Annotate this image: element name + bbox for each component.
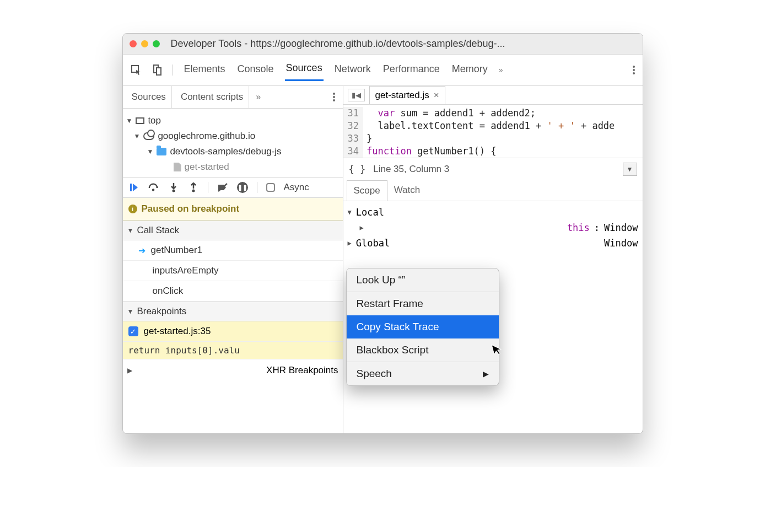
- xhr-breakpoints-header[interactable]: XHR Breakpoints: [123, 359, 343, 381]
- svg-point-4: [152, 189, 154, 191]
- editor-tab[interactable]: get-started.js ×: [369, 86, 445, 104]
- disclosure-right-icon[interactable]: [348, 239, 352, 247]
- disclosure-down-icon[interactable]: [127, 308, 134, 315]
- navigator-toggle-icon[interactable]: ▮◀: [348, 89, 365, 101]
- tree-file-label: get-started: [185, 162, 229, 173]
- disclosure-down-icon[interactable]: [127, 227, 134, 234]
- tab-scope[interactable]: Scope: [347, 180, 387, 201]
- scope-local-label: Local: [356, 207, 384, 218]
- pretty-print-icon[interactable]: { }: [349, 164, 366, 175]
- more-tabs-icon[interactable]: »: [499, 66, 503, 74]
- traffic-minimize-icon[interactable]: [141, 40, 148, 47]
- left-panel: Sources Content scripts » top googlechro…: [123, 86, 343, 433]
- subtab-overflow-icon[interactable]: »: [252, 92, 264, 102]
- disclosure-down-icon[interactable]: [134, 132, 141, 140]
- breakpoint-checkbox[interactable]: ✓: [128, 326, 138, 336]
- window-title: Developer Tools - https://googlechrome.g…: [171, 38, 636, 50]
- scope-global-val: Window: [604, 238, 638, 249]
- tab-close-icon[interactable]: ×: [434, 90, 439, 101]
- editor-dropdown-icon[interactable]: ▼: [623, 163, 637, 176]
- callstack-frame-label: inputsAreEmpty: [153, 265, 219, 276]
- step-into-icon[interactable]: [168, 182, 179, 193]
- breakpoints-header-label: Breakpoints: [137, 306, 186, 317]
- callstack-frame[interactable]: onClick: [123, 281, 343, 302]
- scope-this[interactable]: this: Window: [348, 220, 638, 235]
- scope-global[interactable]: Global Window: [348, 235, 638, 251]
- current-frame-arrow-icon: ➔: [138, 245, 146, 256]
- traffic-close-icon[interactable]: [130, 40, 137, 47]
- tab-console[interactable]: Console: [236, 60, 275, 80]
- svg-point-6: [192, 190, 195, 192]
- navigator-tabs: Sources Content scripts »: [123, 86, 343, 109]
- subtab-content-scripts[interactable]: Content scripts: [175, 86, 249, 108]
- disclosure-right-icon[interactable]: [360, 224, 563, 232]
- titlebar: Developer Tools - https://googlechrome.g…: [123, 34, 643, 55]
- navigator-kebab-icon[interactable]: [333, 93, 335, 101]
- cursor-location: Line 35, Column 3: [373, 164, 449, 175]
- context-menu: Look Up “” Restart Frame Copy Stack Trac…: [346, 268, 499, 386]
- tree-domain[interactable]: googlechrome.github.io: [125, 128, 340, 144]
- disclosure-right-icon[interactable]: [127, 367, 263, 374]
- async-label: Async: [284, 182, 309, 193]
- subtab-sources[interactable]: Sources: [126, 86, 172, 108]
- device-toolbar-icon[interactable]: [152, 65, 163, 76]
- tab-performance[interactable]: Performance: [382, 60, 441, 80]
- folder-icon: [157, 148, 166, 155]
- breakpoint-item[interactable]: ✓ get-started.js:35: [123, 321, 343, 342]
- disclosure-down-icon[interactable]: [126, 117, 133, 125]
- tab-watch[interactable]: Watch: [387, 180, 427, 201]
- tree-top[interactable]: top: [125, 113, 340, 128]
- callstack-frame-label: onClick: [153, 286, 184, 297]
- tree-folder-label: devtools-samples/debug-js: [170, 146, 281, 157]
- breakpoint-code: return inputs[0].valu: [123, 342, 343, 359]
- file-icon: [174, 163, 181, 171]
- callstack-frame[interactable]: ➔ getNumber1: [123, 240, 343, 261]
- ctx-speech-label: Speech: [357, 368, 392, 380]
- sidebar-tabs: Scope Watch: [343, 180, 643, 201]
- pause-banner: i Paused on breakpoint: [123, 198, 343, 221]
- disclosure-down-icon[interactable]: [147, 148, 154, 155]
- breakpoint-label: get-started.js:35: [144, 326, 211, 337]
- traffic-zoom-icon[interactable]: [153, 40, 160, 47]
- devtools-window: Developer Tools - https://googlechrome.g…: [122, 33, 643, 434]
- gutter: 31323334: [343, 107, 363, 158]
- step-over-icon[interactable]: [148, 182, 159, 193]
- callstack-frame-label: getNumber1: [151, 245, 203, 256]
- ctx-blackbox-script[interactable]: Blackbox Script: [347, 338, 499, 362]
- breakpoints-header[interactable]: Breakpoints: [123, 302, 343, 321]
- tab-elements[interactable]: Elements: [183, 60, 227, 80]
- resume-icon[interactable]: [128, 182, 139, 193]
- code-body[interactable]: var sum = addend1 + addend2; label.textC…: [363, 107, 615, 158]
- tab-network[interactable]: Network: [333, 60, 372, 80]
- scope-this-val: Window: [604, 222, 638, 233]
- async-checkbox[interactable]: [266, 183, 275, 192]
- inspect-element-icon[interactable]: [131, 65, 142, 76]
- code-editor[interactable]: 31323334 var sum = addend1 + addend2; la…: [343, 105, 643, 158]
- step-out-icon[interactable]: [188, 182, 199, 193]
- pause-on-exceptions-icon[interactable]: ❚❚: [237, 182, 248, 193]
- xhr-breakpoints-label: XHR Breakpoints: [266, 365, 338, 376]
- tab-memory[interactable]: Memory: [451, 60, 489, 80]
- callstack-header[interactable]: Call Stack: [123, 221, 343, 240]
- ctx-look-up[interactable]: Look Up “”: [347, 268, 499, 292]
- editor-footer: { } Line 35, Column 3 ▼: [343, 158, 643, 180]
- deactivate-breakpoints-icon[interactable]: [217, 182, 228, 193]
- tree-domain-label: googlechrome.github.io: [158, 131, 255, 142]
- debugger-toolbar: ❚❚ Async: [123, 177, 343, 198]
- disclosure-down-icon[interactable]: [348, 208, 352, 216]
- ctx-restart-frame[interactable]: Restart Frame: [347, 292, 499, 315]
- callstack-header-label: Call Stack: [137, 225, 179, 236]
- tab-sources[interactable]: Sources: [285, 59, 324, 81]
- tree-file[interactable]: get-started: [125, 159, 340, 175]
- callstack-frame[interactable]: inputsAreEmpty: [123, 261, 343, 281]
- tree-top-label: top: [148, 115, 161, 126]
- svg-point-5: [172, 190, 175, 192]
- scope-pane: Local this: Window Global Window: [343, 201, 643, 254]
- ctx-copy-stack-trace[interactable]: Copy Stack Trace: [347, 315, 499, 338]
- svg-rect-2: [157, 68, 161, 75]
- kebab-menu-icon[interactable]: [633, 66, 635, 74]
- tree-folder[interactable]: devtools-samples/debug-js: [125, 144, 340, 159]
- scope-global-label: Global: [356, 238, 390, 249]
- ctx-speech[interactable]: Speech ▶: [347, 362, 499, 385]
- scope-local[interactable]: Local: [348, 205, 638, 220]
